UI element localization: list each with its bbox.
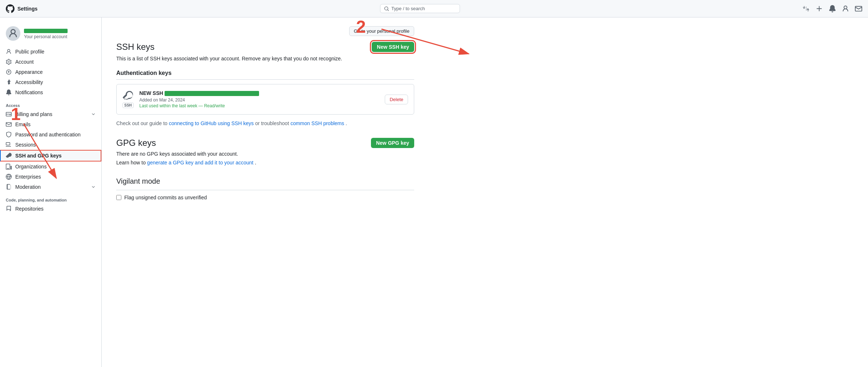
chevron-down-moderation-icon <box>91 185 96 189</box>
ssh-keys-title: SSH keys <box>116 42 154 52</box>
sidebar: Your personal account Public profile Acc… <box>0 17 102 367</box>
ssh-key-meta: Added on Mar 24, 2024 <box>140 97 379 103</box>
search-placeholder: Type / to search <box>391 6 425 11</box>
sidebar-item-repositories[interactable]: Repositories <box>0 204 101 214</box>
sidebar-access-label: Access <box>0 97 101 109</box>
profile-btn-area: Go to your personal profile <box>116 26 414 36</box>
topbar-title: Settings <box>17 6 37 12</box>
new-gpg-key-button[interactable]: New GPG key <box>371 138 414 148</box>
globe-icon <box>6 174 12 180</box>
key-icon <box>6 153 12 159</box>
ssh-keys-section: SSH keys New SSH key This is a list of S… <box>116 42 414 126</box>
sidebar-user-label: Your personal account <box>24 34 68 39</box>
sidebar-item-account[interactable]: Account <box>0 57 101 67</box>
appearance-icon <box>6 69 12 75</box>
sidebar-code-label: Code, planning, and automation <box>0 192 101 204</box>
username-redacted <box>24 29 68 33</box>
sidebar-item-label: Emails <box>15 121 31 127</box>
sidebar-item-label: Appearance <box>15 69 43 75</box>
ssh-guide-link2[interactable]: common SSH problems <box>290 120 344 126</box>
avatar <box>6 26 20 41</box>
main-content: Go to your personal profile SSH keys New… <box>102 17 429 367</box>
sidebar-item-appearance[interactable]: Appearance <box>0 67 101 77</box>
search-icon <box>384 6 389 11</box>
sidebar-item-sessions[interactable]: Sessions <box>0 140 101 150</box>
sidebar-user-info: Your personal account <box>24 28 68 39</box>
layout: Your personal account Public profile Acc… <box>0 17 868 367</box>
command-palette-icon[interactable] <box>803 5 810 12</box>
vigilant-divider <box>116 190 414 190</box>
go-to-profile-button[interactable]: Go to your personal profile <box>349 26 414 36</box>
ssh-key-usage: Last used within the last week — Read/wr… <box>140 103 379 108</box>
sidebar-item-billing[interactable]: Billing and plans <box>0 109 101 119</box>
vigilant-section: Vigilant mode Flag unsigned commits as u… <box>116 177 414 200</box>
gpg-learn-link[interactable]: generate a GPG key and add it to your ac… <box>147 160 254 165</box>
sidebar-username <box>24 28 68 33</box>
vigilant-checkbox-label: Flag unsigned commits as unverified <box>124 195 207 200</box>
ssh-key-name-redacted <box>165 91 259 96</box>
sidebar-item-organizations[interactable]: Organizations <box>0 161 101 172</box>
topbar-left: Settings <box>6 4 37 13</box>
sidebar-item-label: Organizations <box>15 164 47 169</box>
gpg-keys-title: GPG keys <box>116 138 156 148</box>
sidebar-item-label: Sessions <box>15 142 36 148</box>
ssh-guide-text: Check out our guide to connecting to Git… <box>116 120 414 126</box>
chevron-down-icon <box>91 112 96 116</box>
person-icon <box>6 49 12 55</box>
gpg-learn-text: Learn how to generate a GPG key and add … <box>116 160 414 165</box>
plus-icon[interactable] <box>816 5 823 12</box>
sidebar-item-label: Notifications <box>15 89 43 95</box>
bell-nav-icon <box>6 89 12 95</box>
sidebar-item-label: Repositories <box>15 206 44 212</box>
gear-icon <box>6 59 12 65</box>
github-logo-icon <box>6 4 15 13</box>
sidebar-user: Your personal account <box>0 23 101 47</box>
new-ssh-key-button[interactable]: New SSH key <box>372 42 414 52</box>
sidebar-item-notifications[interactable]: Notifications <box>0 87 101 97</box>
sidebar-item-label: Accessibility <box>15 79 43 85</box>
ssh-key-icon-wrap: SSH <box>122 91 134 108</box>
sidebar-item-label: Password and authentication <box>15 132 81 137</box>
ssh-description: This is a list of SSH keys associated wi… <box>116 55 414 63</box>
search-bar[interactable]: Type / to search <box>380 4 460 13</box>
sidebar-item-label: SSH and GPG keys <box>15 153 62 159</box>
sidebar-item-public-profile[interactable]: Public profile <box>0 47 101 57</box>
delete-ssh-key-button[interactable]: Delete <box>385 95 408 104</box>
mail-icon[interactable] <box>855 5 862 12</box>
credit-card-icon <box>6 111 12 117</box>
user-icon[interactable] <box>842 5 849 12</box>
sidebar-item-label: Moderation <box>15 184 41 190</box>
ssh-key-info: NEW SSH Added on Mar 24, 2024 Last used … <box>140 90 379 108</box>
gpg-header-area: GPG keys New GPG key <box>116 138 414 148</box>
ssh-guide-link1[interactable]: connecting to GitHub using SSH keys <box>169 120 254 126</box>
topbar: Settings Type / to search <box>0 0 868 17</box>
sidebar-item-moderation[interactable]: Moderation <box>0 182 101 192</box>
gpg-keys-section: GPG keys New GPG key There are no GPG ke… <box>116 138 414 165</box>
moderation-icon <box>6 184 12 190</box>
shield-icon <box>6 132 12 137</box>
ssh-header-area: SSH keys New SSH key <box>116 42 414 52</box>
sidebar-item-label: Public profile <box>15 49 44 55</box>
key-card-icon <box>123 91 133 101</box>
auth-keys-label: Authentication keys <box>116 70 414 80</box>
sidebar-item-label: Enterprises <box>15 174 41 180</box>
sidebar-item-accessibility[interactable]: Accessibility <box>0 77 101 87</box>
repo-icon <box>6 206 12 212</box>
sidebar-item-emails[interactable]: Emails <box>0 119 101 129</box>
sidebar-item-enterprises[interactable]: Enterprises <box>0 172 101 182</box>
bell-icon[interactable] <box>829 5 836 12</box>
sidebar-item-password[interactable]: Password and authentication <box>0 129 101 140</box>
accessibility-icon <box>6 79 12 85</box>
org-icon <box>6 164 12 169</box>
vigilant-check-row: Flag unsigned commits as unverified <box>116 195 414 200</box>
ssh-key-name: NEW SSH <box>140 90 379 96</box>
vigilant-title: Vigilant mode <box>116 177 414 186</box>
ssh-key-card: SSH NEW SSH Added on Mar 24, 2024 Last u… <box>116 84 414 115</box>
sidebar-item-label: Account <box>15 59 34 65</box>
ssh-badge: SSH <box>122 103 134 108</box>
sidebar-item-ssh-gpg[interactable]: SSH and GPG keys <box>0 150 101 161</box>
vigilant-checkbox[interactable] <box>116 195 121 200</box>
gpg-empty-text: There are no GPG keys associated with yo… <box>116 151 414 157</box>
topbar-right <box>803 5 862 12</box>
sidebar-item-label: Billing and plans <box>15 111 52 117</box>
